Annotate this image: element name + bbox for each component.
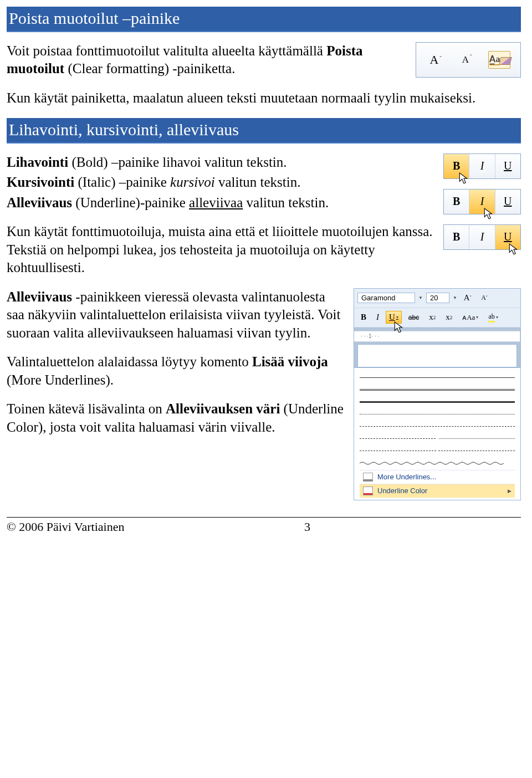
- more-underlines-icon: [363, 473, 373, 482]
- label: x: [429, 313, 433, 322]
- underline-style-option[interactable]: [360, 385, 515, 396]
- wave-underline-icon: [360, 461, 515, 465]
- ruler: · · · 1 · · ·: [354, 331, 520, 342]
- underline-button[interactable]: U: [495, 154, 520, 178]
- more-underlines-item[interactable]: More Underlines...: [360, 470, 515, 484]
- text-bold: Lihavointi: [7, 155, 68, 170]
- grow-font-button[interactable]: Aˆ: [426, 52, 446, 68]
- clear-formatting-button[interactable]: A̲a: [488, 51, 510, 69]
- font-size-combo[interactable]: 20: [426, 293, 449, 303]
- text: (Clear formatting) -painiketta.: [64, 61, 235, 76]
- chevron-up-icon: ˆ: [439, 56, 441, 62]
- strikethrough-button[interactable]: abc: [405, 312, 422, 323]
- text-bold: Lisää viivoja: [252, 354, 328, 369]
- grow-font-button[interactable]: Aˆ: [461, 291, 475, 304]
- text-bold: Alleviivaus: [7, 289, 72, 304]
- highlight-button[interactable]: ab▾: [485, 311, 501, 324]
- grow-font-label: A: [430, 54, 439, 66]
- label: A: [481, 294, 486, 302]
- para-underline-color: Toinen kätevä lisävalinta on Alleviivauk…: [7, 400, 344, 436]
- label: U: [389, 313, 395, 322]
- footer-copyright: © 2006 Päivi Vartiainen: [7, 520, 124, 534]
- text-underline: alleviivaa: [189, 195, 243, 210]
- underline-style-option[interactable]: [360, 446, 515, 457]
- text: Voit poistaa fonttimuotoilut valitulta a…: [7, 43, 326, 58]
- page-footer: © 2006 Päivi Vartiainen 3: [7, 520, 521, 534]
- para-underline-dropdown: Alleviivaus -painikkeen vieressä olevast…: [7, 288, 344, 342]
- cursor-icon: [484, 208, 494, 220]
- ruler-mark: 1: [369, 333, 372, 339]
- superscript-button[interactable]: x2: [442, 311, 456, 324]
- chevron-down-icon: ˇ: [470, 54, 472, 60]
- font-name-combo[interactable]: Garamond: [357, 293, 415, 303]
- bold-button[interactable]: B: [444, 225, 469, 249]
- underline-button[interactable]: U: [495, 190, 520, 214]
- thumbnail-biu-bold: B I U: [443, 153, 521, 179]
- heading-biu: Lihavointi, kursivointi, alleviivaus: [7, 118, 521, 144]
- line-bold: Lihavointi (Bold) –painike lihavoi valit…: [7, 153, 433, 172]
- shrink-font-button[interactable]: Aˇ: [478, 292, 490, 304]
- underline-style-option[interactable]: [360, 409, 515, 420]
- text-bold: Alleviivauksen väri: [166, 401, 280, 416]
- chevron-down-icon[interactable]: ▼: [453, 295, 457, 300]
- dropdown-arrow-icon[interactable]: ▾: [396, 315, 398, 320]
- underline-style-option[interactable]: [360, 372, 515, 383]
- text-bold: Kursivointi: [7, 175, 74, 190]
- document-backdrop: · · · 1 · · ·: [354, 327, 520, 367]
- footer-page-number: 3: [304, 520, 310, 534]
- cursor-icon: [459, 172, 469, 185]
- eraser-icon: [499, 57, 513, 65]
- text: (Italic) –painike: [74, 175, 170, 190]
- underline-style-dropdown: More Underlines... Underline Color ▶: [354, 367, 520, 500]
- text: Toinen kätevä lisävalinta on: [7, 401, 166, 416]
- chevron-down-icon[interactable]: ▼: [418, 295, 423, 300]
- shrink-font-button[interactable]: Aˇ: [458, 53, 476, 66]
- cursor-icon: [394, 321, 404, 334]
- para-moderation: Kun käytät fonttimuotoiluja, muista aina…: [7, 223, 433, 277]
- para-clearfmt-intro: Voit poistaa fonttimuotoilut valitulta a…: [7, 42, 406, 78]
- text: (Underline)-painike: [72, 195, 189, 210]
- label: More Underlines...: [377, 473, 436, 481]
- bold-button[interactable]: B: [444, 190, 469, 214]
- document-page: [357, 344, 517, 367]
- change-case-button[interactable]: ᴀAa▾: [459, 311, 482, 324]
- line-italic: Kursivointi (Italic) –painike kursivoi v…: [7, 173, 433, 192]
- heading-clear-formatting: Poista muotoilut –painike: [7, 7, 521, 32]
- text-bold: Alleviivaus: [7, 195, 72, 210]
- label: A: [464, 293, 470, 303]
- underline-style-option[interactable]: [360, 433, 515, 444]
- para-more-underlines: Valintaluettelon alalaidassa löytyy kome…: [7, 353, 344, 389]
- text: valitun tekstin.: [215, 175, 301, 190]
- underline-color-icon: [363, 487, 373, 495]
- para-clearfmt-effect: Kun käytät painiketta, maalatun alueen t…: [7, 89, 521, 108]
- text: (Bold) –painike lihavoi valitun tekstin.: [68, 155, 287, 170]
- thumbnail-biu-italic: B I U: [443, 189, 521, 214]
- label: x: [446, 313, 450, 322]
- underline-style-option[interactable]: [360, 397, 515, 408]
- label: Underline Color: [377, 487, 427, 495]
- thumbnail-font-size-group: Aˆ Aˇ A̲a: [416, 42, 521, 78]
- text-italic: kursivoi: [170, 175, 215, 190]
- text: Valintaluettelon alalaidassa löytyy kome…: [7, 354, 252, 369]
- underline-color-item[interactable]: Underline Color ▶: [360, 484, 515, 498]
- text: (More Underlines).: [7, 372, 114, 387]
- ribbon-font-panel: Garamond ▼ 20 ▼ Aˆ Aˇ B I U▾ abc x2 x2 ᴀ…: [354, 288, 521, 500]
- shrink-font-label: A: [462, 55, 469, 64]
- subscript-button[interactable]: x2: [426, 311, 439, 324]
- underline-style-option[interactable]: [360, 421, 515, 432]
- italic-button[interactable]: I: [469, 154, 495, 178]
- italic-button[interactable]: I: [373, 311, 382, 324]
- label: ᴀAa: [462, 313, 475, 322]
- underline-style-option[interactable]: [360, 458, 515, 469]
- footer-separator: [7, 517, 521, 518]
- text: valitun tekstin.: [243, 195, 329, 210]
- italic-button[interactable]: I: [469, 225, 495, 249]
- submenu-arrow-icon: ▶: [508, 488, 511, 494]
- cursor-icon: [509, 243, 519, 255]
- line-underline: Alleviivaus (Underline)-painike alleviiv…: [7, 194, 433, 212]
- bold-button[interactable]: B: [357, 311, 370, 324]
